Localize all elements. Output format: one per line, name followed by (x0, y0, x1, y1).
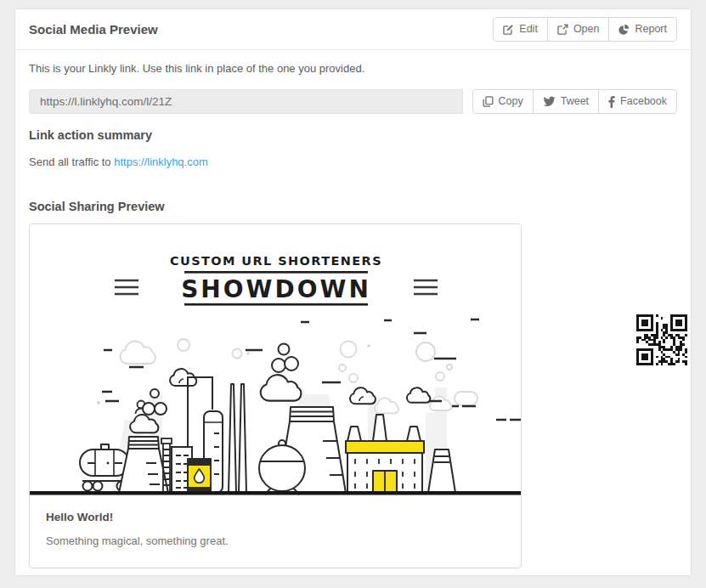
panel-heading: Social Media Preview Edit Open Report (15, 9, 691, 50)
facebook-icon (608, 96, 615, 108)
illustration-title-line1: CUSTOM URL SHORTENERS (170, 254, 382, 268)
preview-image: CUSTOM URL SHORTENERS SHOWDOWN (30, 224, 521, 496)
facebook-button-label: Facebook (620, 96, 667, 107)
edit-button-label: Edit (519, 24, 538, 35)
tweet-button[interactable]: Tweet (533, 89, 599, 114)
twitter-icon (543, 96, 556, 107)
social-media-preview-panel: Social Media Preview Edit Open Report (14, 8, 692, 576)
link-action-summary-heading: Link action summary (29, 128, 677, 142)
copy-button-label: Copy (499, 96, 523, 107)
tweet-button-label: Tweet (561, 96, 589, 107)
panel-body: This is your Linkly link. Use this link … (15, 50, 691, 568)
preview-illustration: CUSTOM URL SHORTENERS SHOWDOWN (30, 224, 521, 496)
traffic-destination-text: Send all traffic to https://linklyhq.com (29, 155, 677, 168)
preview-description: Something magical, something great. (46, 534, 505, 547)
external-link-icon (557, 24, 568, 35)
header-actions: Edit Open Report (493, 17, 677, 42)
open-button[interactable]: Open (547, 17, 610, 42)
edit-button[interactable]: Edit (493, 17, 548, 42)
facebook-button[interactable]: Facebook (598, 89, 677, 114)
report-button[interactable]: Report (608, 17, 677, 42)
pie-chart-icon (618, 24, 630, 35)
illustration-title-line2: SHOWDOWN (181, 275, 371, 303)
preview-card: CUSTOM URL SHORTENERS SHOWDOWN Hello Wor… (29, 223, 522, 568)
traffic-prefix: Send all traffic to (29, 155, 114, 168)
open-button-label: Open (573, 24, 600, 35)
short-link-input[interactable] (29, 89, 463, 114)
link-bar: Copy Tweet Facebook (29, 89, 677, 114)
preview-title: Hello World! (46, 511, 505, 523)
traffic-destination-link[interactable]: https://linklyhq.com (114, 155, 208, 168)
social-sharing-preview-heading: Social Sharing Preview (29, 200, 677, 213)
copy-button[interactable]: Copy (472, 89, 534, 114)
copy-icon (483, 96, 494, 107)
link-actions: Copy Tweet Facebook (472, 89, 677, 114)
intro-text: This is your Linkly link. Use this link … (29, 62, 677, 75)
preview-meta: Hello World! Something magical, somethin… (30, 496, 521, 568)
page-title: Social Media Preview (29, 22, 158, 37)
report-button-label: Report (635, 24, 667, 35)
qr-code (636, 314, 687, 365)
edit-icon (503, 24, 514, 35)
